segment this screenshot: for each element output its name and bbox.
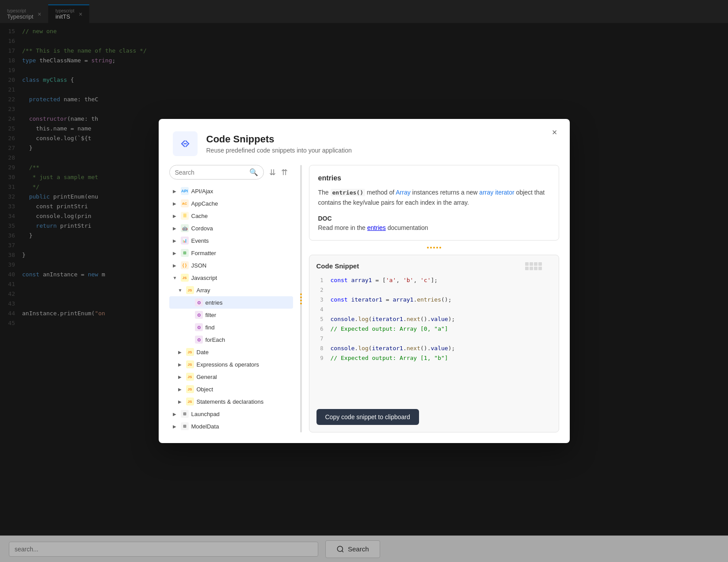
snippet-title: Code Snippet <box>316 262 359 270</box>
modal-body: 🔍 ⇊ ⇈ ▶ API API/Ajax <box>159 165 570 443</box>
modal-subtitle: Reuse predefined code snippets into your… <box>206 147 352 154</box>
tree-item-date[interactable]: ▶ JS Date <box>169 346 293 358</box>
expressions-icon: JS <box>186 360 194 368</box>
tree-label-array: Array <box>197 287 210 294</box>
snippet-line: 1 const array1 = ['a', 'b', 'c']; <box>316 275 552 285</box>
tree-item-array[interactable]: ▼ JS Array <box>169 284 293 296</box>
cache-icon: ☰ <box>181 212 189 220</box>
svg-rect-7 <box>534 267 537 270</box>
search-row: 🔍 ⇊ ⇈ <box>169 165 293 180</box>
tree-label-find: find <box>206 324 215 331</box>
svg-rect-1 <box>525 262 529 266</box>
tree-item-filter[interactable]: ⊙ filter <box>169 309 293 321</box>
snippet-line: 3 const iterator1 = array1.entries(); <box>316 295 552 305</box>
tree-item-formatter[interactable]: ▶ ⊞ Formatter <box>169 247 293 259</box>
doc-title: DOC <box>318 215 332 222</box>
tree-label-object: Object <box>197 386 213 393</box>
modal-header: Code Snippets Reuse predefined code snip… <box>159 119 570 165</box>
svg-rect-4 <box>538 262 542 266</box>
entries-icon: ⊙ <box>195 298 203 306</box>
js-icon: JS <box>181 274 189 282</box>
tree-label-general: General <box>197 374 217 380</box>
foreach-icon: ⊙ <box>195 336 203 344</box>
filter-icon: ⊙ <box>195 311 203 319</box>
tree-item-cordova[interactable]: ▶ 🤖 Cordova <box>169 222 293 234</box>
find-icon: ⊙ <box>195 323 203 331</box>
modal-logo <box>173 131 198 156</box>
snippet-line: 2 <box>316 285 552 295</box>
tree-label-api: API/Ajax <box>191 188 213 195</box>
tree-item-appcache[interactable]: ▶ AC AppCache <box>169 197 293 210</box>
svg-rect-3 <box>534 262 537 266</box>
array-iterator-link[interactable]: array iterator <box>479 189 514 196</box>
description-text: The entries() method of Array instances … <box>318 187 550 207</box>
tree-item-find[interactable]: ⊙ find <box>169 321 293 333</box>
tree-label-appcache: AppCache <box>191 200 218 207</box>
snippet-line: 6 // Expected output: Array [0, "a"] <box>316 324 552 334</box>
tree-item-events[interactable]: ▶ 📊 Events <box>169 234 293 247</box>
expand-all-button[interactable]: ⇈ <box>279 166 290 179</box>
snippet-line: 9 // Expected output: Array [1, "b"] <box>316 353 552 363</box>
entries-doc-link[interactable]: entries <box>367 224 386 231</box>
modeldata-icon: ⊞ <box>181 422 189 430</box>
copy-snippet-button[interactable]: Copy code snippet to clipboard <box>316 409 419 425</box>
resize-handle <box>309 246 559 249</box>
tree-item-javascript[interactable]: ▼ JS Javascript <box>169 271 293 284</box>
tree-item-api[interactable]: ▶ API API/Ajax <box>169 185 293 197</box>
code-snippets-modal: Code Snippets Reuse predefined code snip… <box>159 119 570 443</box>
tree-label-expressions: Expressions & operators <box>197 361 259 368</box>
tree-label-cordova: Cordova <box>191 225 213 232</box>
tree-item-cache[interactable]: ▶ ☰ Cache <box>169 210 293 222</box>
modal-close-button[interactable]: × <box>549 126 561 138</box>
api-icon: API <box>181 187 189 195</box>
left-panel: 🔍 ⇊ ⇈ ▶ API API/Ajax <box>169 165 293 432</box>
snippet-card: Code Snippet <box>309 255 559 432</box>
search-icon: 🔍 <box>249 168 258 176</box>
snippet-line: 7 <box>316 334 552 344</box>
tree-item-json[interactable]: ▶ { } JSON <box>169 259 293 271</box>
tree-label-javascript: Javascript <box>191 275 217 281</box>
general-icon: JS <box>186 373 194 381</box>
svg-rect-5 <box>525 267 529 270</box>
description-title: entries <box>318 174 550 182</box>
formatter-icon: ⊞ <box>181 249 189 257</box>
date-icon: JS <box>186 348 194 356</box>
collapse-all-button[interactable]: ⇊ <box>267 166 278 179</box>
array-js-icon: JS <box>186 286 194 294</box>
doc-text: Read more in the entries documentation <box>318 224 550 231</box>
tree-label-json: JSON <box>191 262 207 269</box>
tree-label-entries: entries <box>206 299 223 306</box>
tree-label-formatter: Formatter <box>191 250 216 256</box>
snippet-corner-graphic <box>525 262 552 275</box>
modal-title: Code Snippets <box>206 134 352 145</box>
tree-label-events: Events <box>191 237 209 244</box>
snippet-line: 5 console.log(iterator1.next().value); <box>316 314 552 324</box>
tree-item-object[interactable]: ▶ JS Object <box>169 383 293 395</box>
tree-item-foreach[interactable]: ⊙ forEach <box>169 333 293 346</box>
tree-label-foreach: forEach <box>206 336 225 343</box>
snippet-header: Code Snippet <box>316 262 552 275</box>
tree-item-entries[interactable]: ⊙ entries <box>169 296 293 309</box>
snippet-tree: ▶ API API/Ajax ▶ AC AppCache ▶ ☰ Cache <box>169 185 293 432</box>
object-icon: JS <box>186 385 194 393</box>
tree-item-launchpad[interactable]: ▶ ⊞ Launchpad <box>169 408 293 420</box>
search-box: 🔍 <box>169 165 264 180</box>
modal-overlay: Code Snippets Reuse predefined code snip… <box>0 0 728 562</box>
tree-item-expressions[interactable]: ▶ JS Expressions & operators <box>169 358 293 371</box>
tree-label-launchpad: Launchpad <box>191 411 220 417</box>
doc-section: DOC Read more in the entries documentati… <box>318 214 550 231</box>
appcache-icon: AC <box>181 199 189 207</box>
right-panel: entries The entries() method of Array in… <box>309 165 559 432</box>
tree-item-modeldata[interactable]: ▶ ⊞ ModelData <box>169 420 293 432</box>
array-link[interactable]: Array <box>396 189 410 196</box>
tree-item-statements[interactable]: ▶ JS Statements & declarations <box>169 395 293 408</box>
svg-rect-2 <box>530 262 533 266</box>
tree-item-general[interactable]: ▶ JS General <box>169 371 293 383</box>
snippet-search-input[interactable] <box>175 169 246 176</box>
tree-label-date: Date <box>197 349 209 356</box>
json-icon: { } <box>181 261 189 269</box>
statements-icon: JS <box>186 398 194 405</box>
code-snippets-icon <box>178 137 192 151</box>
sort-controls: ⇊ ⇈ <box>267 166 290 179</box>
launchpad-icon: ⊞ <box>181 410 189 418</box>
